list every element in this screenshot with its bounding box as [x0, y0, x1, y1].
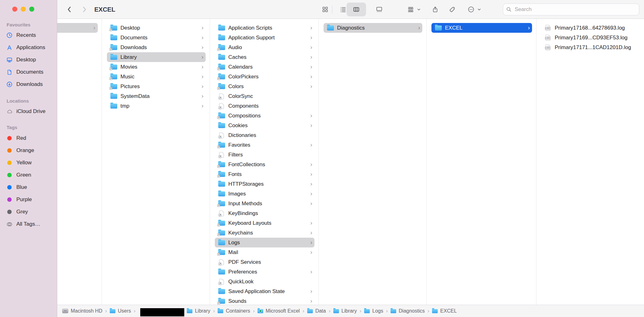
- row-log-file-1[interactable]: Primary17168...64278693.log: [541, 23, 640, 33]
- folder-alias-icon: [218, 113, 225, 118]
- group-icon: [407, 6, 414, 13]
- path-item-macintosh-hd[interactable]: Macintosh HD: [62, 308, 102, 314]
- sidebar-item-tag-blue[interactable]: Blue: [6, 182, 55, 192]
- more-button[interactable]: [466, 4, 476, 14]
- row-downloads[interactable]: Downloads: [107, 42, 206, 52]
- row-label: Preferences: [228, 269, 257, 275]
- row-input-methods[interactable]: Input Methods: [215, 199, 314, 208]
- row-keybindings[interactable]: KeyBindings: [215, 208, 314, 218]
- icon-view-button[interactable]: [320, 4, 330, 14]
- row-label: Sounds: [228, 298, 247, 304]
- column-view-button[interactable]: [351, 4, 361, 14]
- row-systemdata[interactable]: SystemData: [107, 91, 206, 101]
- row-quicklook[interactable]: QuickLook: [215, 277, 314, 286]
- minimize-window-button[interactable]: [21, 7, 26, 12]
- close-window-button[interactable]: [12, 7, 17, 12]
- sidebar-item-tag-grey[interactable]: Grey: [6, 207, 55, 217]
- sidebar-item-desktop[interactable]: Desktop: [6, 55, 55, 65]
- row-log-file-2[interactable]: Primary17169...CD93EF53.log: [541, 33, 640, 42]
- group-button[interactable]: [406, 4, 416, 14]
- folder-alias-icon: [110, 45, 117, 50]
- path-item-logs[interactable]: Logs: [364, 308, 383, 314]
- row-fonts[interactable]: Fonts: [215, 169, 314, 179]
- row-tmp[interactable]: tmp: [107, 101, 206, 111]
- gallery-view-button[interactable]: [374, 4, 384, 14]
- row-keyboard-layouts[interactable]: Keyboard Layouts: [215, 218, 314, 228]
- row-cookies[interactable]: Cookies: [215, 121, 314, 130]
- row-library-selected[interactable]: Library: [107, 52, 206, 62]
- row-audio[interactable]: Audio: [215, 42, 314, 52]
- row-log-file-3[interactable]: Primary17171...1CAD1201D.log: [541, 42, 640, 52]
- sidebar-item-tag-orange[interactable]: Orange: [6, 145, 55, 156]
- row-music[interactable]: Music: [107, 72, 206, 82]
- path-item-users[interactable]: Users: [110, 308, 131, 314]
- row-diagnostics-selected[interactable]: Diagnostics: [324, 23, 422, 33]
- sidebar-item-tag-red[interactable]: Red: [6, 133, 55, 143]
- forward-button[interactable]: [79, 4, 89, 14]
- path-item-microsoft-excel[interactable]: Microsoft Excel: [258, 308, 300, 314]
- search-input[interactable]: [514, 6, 636, 13]
- sidebar-item-tag-purple[interactable]: Purple: [6, 195, 55, 205]
- zoom-window-button[interactable]: [29, 7, 34, 12]
- sidebar-item-applications[interactable]: Applications: [6, 42, 55, 53]
- file-alias-icon: [219, 93, 224, 99]
- chevron-right-icon: [528, 25, 530, 31]
- tag-dot-icon: [6, 160, 13, 166]
- row-images[interactable]: Images: [215, 189, 314, 199]
- row-colors[interactable]: Colors: [215, 82, 314, 91]
- sidebar-item-all-tags[interactable]: All Tags…: [6, 219, 55, 229]
- share-button[interactable]: [430, 4, 440, 14]
- sidebar-item-documents[interactable]: Documents: [6, 67, 55, 77]
- row-documents[interactable]: Documents: [107, 33, 206, 42]
- row-pictures[interactable]: Pictures: [107, 82, 206, 91]
- row-dictionaries[interactable]: Dictionaries: [215, 130, 314, 140]
- row-logs-selected[interactable]: Logs: [215, 238, 314, 247]
- path-item-containers[interactable]: Containers: [218, 308, 250, 314]
- chevron-right-icon: [310, 83, 312, 90]
- path-item-library-2[interactable]: Library: [333, 308, 357, 314]
- path-label: Logs: [372, 308, 383, 314]
- path-item-excel[interactable]: EXCEL: [432, 308, 457, 314]
- row-movies[interactable]: Movies: [107, 62, 206, 72]
- back-button[interactable]: [64, 4, 75, 14]
- search-field[interactable]: [503, 3, 639, 15]
- row-desktop[interactable]: Desktop: [107, 23, 206, 33]
- path-label: Diagnostics: [399, 308, 425, 314]
- column-home: Desktop Documents Downloads Library Movi…: [102, 19, 210, 305]
- path-separator: [329, 308, 330, 314]
- group-chevron-icon[interactable]: [416, 4, 421, 14]
- row-mail[interactable]: Mail: [215, 247, 314, 257]
- row-httpstorages[interactable]: HTTPStorages: [215, 179, 314, 189]
- all-tags-icon: [6, 221, 13, 227]
- sidebar-item-recents[interactable]: Recents: [6, 30, 55, 40]
- list-view-button[interactable]: [338, 4, 348, 14]
- path-item-diagnostics[interactable]: Diagnostics: [391, 308, 425, 314]
- path-item-data[interactable]: Data: [307, 308, 326, 314]
- sidebar-item-tag-green[interactable]: Green: [6, 170, 55, 180]
- sidebar-item-tag-yellow[interactable]: Yellow: [6, 158, 55, 168]
- more-chevron-icon[interactable]: [477, 4, 482, 14]
- row-compositions[interactable]: Compositions: [215, 111, 314, 121]
- row-application-scripts[interactable]: Application Scripts: [215, 23, 314, 33]
- row-colorsync[interactable]: ColorSync: [215, 91, 314, 101]
- sidebar-item-downloads[interactable]: Downloads: [6, 79, 55, 89]
- users-selected-row-partial[interactable]: [54, 23, 98, 33]
- sidebar-item-icloud-drive[interactable]: iCloud Drive: [6, 106, 55, 116]
- tags-button[interactable]: [447, 4, 457, 14]
- row-application-support[interactable]: Application Support: [215, 33, 314, 42]
- path-item-library[interactable]: Library: [187, 308, 210, 314]
- row-fontcollections[interactable]: FontCollections: [215, 160, 314, 169]
- row-components[interactable]: Components: [215, 101, 314, 111]
- row-preferences[interactable]: Preferences: [215, 267, 314, 277]
- row-favorites[interactable]: Favorites: [215, 140, 314, 150]
- chevron-right-icon: [202, 93, 203, 99]
- row-keychains[interactable]: Keychains: [215, 228, 314, 238]
- row-pdf-services[interactable]: PDF Services: [215, 257, 314, 267]
- folder-icon: [364, 309, 370, 313]
- row-excel-selected[interactable]: EXCEL: [431, 23, 532, 33]
- row-filters[interactable]: Filters: [215, 150, 314, 160]
- row-saved-application-state[interactable]: Saved Application State: [215, 286, 314, 296]
- row-colorpickers[interactable]: ColorPickers: [215, 72, 314, 82]
- row-calendars[interactable]: Calendars: [215, 62, 314, 72]
- row-caches[interactable]: Caches: [215, 52, 314, 62]
